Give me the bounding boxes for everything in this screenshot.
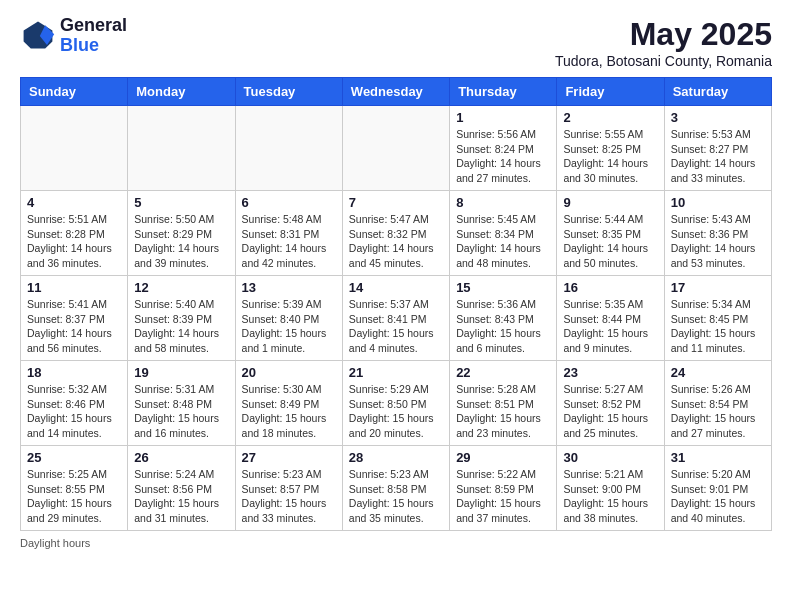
calendar-cell: 5Sunrise: 5:50 AM Sunset: 8:29 PM Daylig…	[128, 191, 235, 276]
day-number: 26	[134, 450, 228, 465]
calendar-week-row: 1Sunrise: 5:56 AM Sunset: 8:24 PM Daylig…	[21, 106, 772, 191]
day-number: 21	[349, 365, 443, 380]
calendar-week-row: 18Sunrise: 5:32 AM Sunset: 8:46 PM Dayli…	[21, 361, 772, 446]
day-info: Sunrise: 5:53 AM Sunset: 8:27 PM Dayligh…	[671, 127, 765, 186]
day-number: 7	[349, 195, 443, 210]
calendar-week-row: 11Sunrise: 5:41 AM Sunset: 8:37 PM Dayli…	[21, 276, 772, 361]
day-info: Sunrise: 5:27 AM Sunset: 8:52 PM Dayligh…	[563, 382, 657, 441]
calendar-cell: 6Sunrise: 5:48 AM Sunset: 8:31 PM Daylig…	[235, 191, 342, 276]
day-number: 12	[134, 280, 228, 295]
calendar-cell: 28Sunrise: 5:23 AM Sunset: 8:58 PM Dayli…	[342, 446, 449, 531]
calendar-cell	[342, 106, 449, 191]
day-info: Sunrise: 5:39 AM Sunset: 8:40 PM Dayligh…	[242, 297, 336, 356]
calendar-cell: 25Sunrise: 5:25 AM Sunset: 8:55 PM Dayli…	[21, 446, 128, 531]
month-title: May 2025	[555, 16, 772, 53]
day-number: 11	[27, 280, 121, 295]
day-number: 31	[671, 450, 765, 465]
day-number: 29	[456, 450, 550, 465]
day-number: 20	[242, 365, 336, 380]
day-number: 27	[242, 450, 336, 465]
title-section: May 2025 Tudora, Botosani County, Romani…	[555, 16, 772, 69]
logo-icon	[20, 18, 56, 54]
calendar-cell: 20Sunrise: 5:30 AM Sunset: 8:49 PM Dayli…	[235, 361, 342, 446]
day-number: 5	[134, 195, 228, 210]
day-info: Sunrise: 5:41 AM Sunset: 8:37 PM Dayligh…	[27, 297, 121, 356]
calendar-week-row: 25Sunrise: 5:25 AM Sunset: 8:55 PM Dayli…	[21, 446, 772, 531]
calendar-cell: 13Sunrise: 5:39 AM Sunset: 8:40 PM Dayli…	[235, 276, 342, 361]
logo-blue-text: Blue	[60, 36, 127, 56]
calendar-cell	[128, 106, 235, 191]
calendar-cell: 15Sunrise: 5:36 AM Sunset: 8:43 PM Dayli…	[450, 276, 557, 361]
calendar-cell: 11Sunrise: 5:41 AM Sunset: 8:37 PM Dayli…	[21, 276, 128, 361]
calendar-week-row: 4Sunrise: 5:51 AM Sunset: 8:28 PM Daylig…	[21, 191, 772, 276]
logo-text: General Blue	[60, 16, 127, 56]
calendar-cell: 7Sunrise: 5:47 AM Sunset: 8:32 PM Daylig…	[342, 191, 449, 276]
day-info: Sunrise: 5:37 AM Sunset: 8:41 PM Dayligh…	[349, 297, 443, 356]
day-number: 1	[456, 110, 550, 125]
day-info: Sunrise: 5:47 AM Sunset: 8:32 PM Dayligh…	[349, 212, 443, 271]
day-info: Sunrise: 5:34 AM Sunset: 8:45 PM Dayligh…	[671, 297, 765, 356]
calendar: SundayMondayTuesdayWednesdayThursdayFrid…	[20, 77, 772, 531]
calendar-cell: 9Sunrise: 5:44 AM Sunset: 8:35 PM Daylig…	[557, 191, 664, 276]
day-number: 22	[456, 365, 550, 380]
day-info: Sunrise: 5:24 AM Sunset: 8:56 PM Dayligh…	[134, 467, 228, 526]
day-number: 13	[242, 280, 336, 295]
calendar-cell: 17Sunrise: 5:34 AM Sunset: 8:45 PM Dayli…	[664, 276, 771, 361]
weekday-header: Wednesday	[342, 78, 449, 106]
day-info: Sunrise: 5:23 AM Sunset: 8:57 PM Dayligh…	[242, 467, 336, 526]
daylight-label: Daylight hours	[20, 537, 90, 549]
day-info: Sunrise: 5:36 AM Sunset: 8:43 PM Dayligh…	[456, 297, 550, 356]
day-number: 28	[349, 450, 443, 465]
calendar-cell: 26Sunrise: 5:24 AM Sunset: 8:56 PM Dayli…	[128, 446, 235, 531]
day-number: 10	[671, 195, 765, 210]
day-info: Sunrise: 5:32 AM Sunset: 8:46 PM Dayligh…	[27, 382, 121, 441]
weekday-header: Tuesday	[235, 78, 342, 106]
day-info: Sunrise: 5:28 AM Sunset: 8:51 PM Dayligh…	[456, 382, 550, 441]
header: General Blue May 2025 Tudora, Botosani C…	[20, 16, 772, 69]
calendar-cell: 1Sunrise: 5:56 AM Sunset: 8:24 PM Daylig…	[450, 106, 557, 191]
day-number: 14	[349, 280, 443, 295]
calendar-cell: 24Sunrise: 5:26 AM Sunset: 8:54 PM Dayli…	[664, 361, 771, 446]
calendar-cell: 22Sunrise: 5:28 AM Sunset: 8:51 PM Dayli…	[450, 361, 557, 446]
day-number: 24	[671, 365, 765, 380]
day-info: Sunrise: 5:22 AM Sunset: 8:59 PM Dayligh…	[456, 467, 550, 526]
calendar-cell: 8Sunrise: 5:45 AM Sunset: 8:34 PM Daylig…	[450, 191, 557, 276]
day-number: 8	[456, 195, 550, 210]
calendar-cell: 19Sunrise: 5:31 AM Sunset: 8:48 PM Dayli…	[128, 361, 235, 446]
day-number: 3	[671, 110, 765, 125]
weekday-header: Monday	[128, 78, 235, 106]
logo-general-text: General	[60, 16, 127, 36]
day-info: Sunrise: 5:29 AM Sunset: 8:50 PM Dayligh…	[349, 382, 443, 441]
calendar-cell	[235, 106, 342, 191]
footer: Daylight hours	[20, 537, 772, 549]
calendar-cell: 30Sunrise: 5:21 AM Sunset: 9:00 PM Dayli…	[557, 446, 664, 531]
day-info: Sunrise: 5:25 AM Sunset: 8:55 PM Dayligh…	[27, 467, 121, 526]
day-info: Sunrise: 5:48 AM Sunset: 8:31 PM Dayligh…	[242, 212, 336, 271]
calendar-cell: 14Sunrise: 5:37 AM Sunset: 8:41 PM Dayli…	[342, 276, 449, 361]
calendar-cell: 18Sunrise: 5:32 AM Sunset: 8:46 PM Dayli…	[21, 361, 128, 446]
weekday-header: Thursday	[450, 78, 557, 106]
calendar-cell: 10Sunrise: 5:43 AM Sunset: 8:36 PM Dayli…	[664, 191, 771, 276]
calendar-cell: 12Sunrise: 5:40 AM Sunset: 8:39 PM Dayli…	[128, 276, 235, 361]
page: General Blue May 2025 Tudora, Botosani C…	[0, 0, 792, 565]
day-info: Sunrise: 5:45 AM Sunset: 8:34 PM Dayligh…	[456, 212, 550, 271]
day-number: 19	[134, 365, 228, 380]
calendar-cell: 21Sunrise: 5:29 AM Sunset: 8:50 PM Dayli…	[342, 361, 449, 446]
day-info: Sunrise: 5:44 AM Sunset: 8:35 PM Dayligh…	[563, 212, 657, 271]
calendar-cell: 4Sunrise: 5:51 AM Sunset: 8:28 PM Daylig…	[21, 191, 128, 276]
day-number: 2	[563, 110, 657, 125]
day-number: 6	[242, 195, 336, 210]
day-number: 16	[563, 280, 657, 295]
calendar-cell: 2Sunrise: 5:55 AM Sunset: 8:25 PM Daylig…	[557, 106, 664, 191]
day-info: Sunrise: 5:30 AM Sunset: 8:49 PM Dayligh…	[242, 382, 336, 441]
weekday-header-row: SundayMondayTuesdayWednesdayThursdayFrid…	[21, 78, 772, 106]
day-info: Sunrise: 5:55 AM Sunset: 8:25 PM Dayligh…	[563, 127, 657, 186]
calendar-cell: 3Sunrise: 5:53 AM Sunset: 8:27 PM Daylig…	[664, 106, 771, 191]
day-number: 4	[27, 195, 121, 210]
calendar-cell: 31Sunrise: 5:20 AM Sunset: 9:01 PM Dayli…	[664, 446, 771, 531]
day-info: Sunrise: 5:51 AM Sunset: 8:28 PM Dayligh…	[27, 212, 121, 271]
day-info: Sunrise: 5:21 AM Sunset: 9:00 PM Dayligh…	[563, 467, 657, 526]
calendar-cell: 16Sunrise: 5:35 AM Sunset: 8:44 PM Dayli…	[557, 276, 664, 361]
day-info: Sunrise: 5:50 AM Sunset: 8:29 PM Dayligh…	[134, 212, 228, 271]
day-info: Sunrise: 5:23 AM Sunset: 8:58 PM Dayligh…	[349, 467, 443, 526]
